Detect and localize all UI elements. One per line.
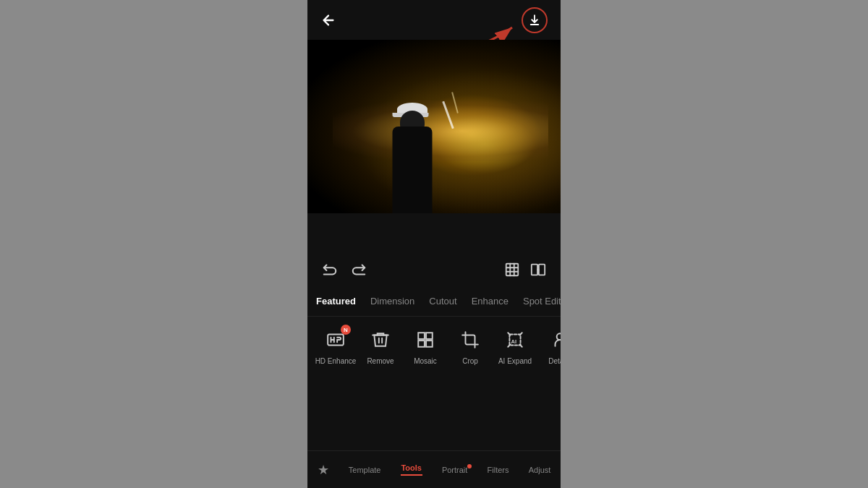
nav-template[interactable]: Template <box>349 466 381 474</box>
tab-spot-edit[interactable]: Spot Edit <box>523 296 561 309</box>
dark-gap <box>307 213 561 253</box>
star-icon: ★ <box>318 462 329 478</box>
anime-scene <box>307 40 561 213</box>
undo-redo-group <box>322 262 367 281</box>
redo-button[interactable] <box>351 262 367 281</box>
top-bar <box>307 0 561 40</box>
svg-rect-8 <box>418 341 425 347</box>
adjust-label: Adjust <box>529 466 551 474</box>
remove-icon-wrap <box>367 326 394 354</box>
ai-expand-label: AI Expand <box>498 357 532 365</box>
tools-row: N HD Enhance Remove <box>307 317 561 374</box>
crop-icon-wrap <box>456 326 484 354</box>
tab-cutout[interactable]: Cutout <box>429 296 456 309</box>
controls-bar <box>307 253 561 289</box>
tool-detach[interactable]: Detach <box>537 326 561 365</box>
hd-enhance-label: HD Enhance <box>315 357 357 365</box>
mosaic-label: Mosaic <box>414 357 437 365</box>
detach-label: Detach <box>548 357 561 365</box>
detach-icon-wrap <box>546 326 561 354</box>
filters-label: Filters <box>488 466 509 474</box>
tab-dimension[interactable]: Dimension <box>370 296 414 309</box>
tool-hd-enhance[interactable]: N HD Enhance <box>313 326 358 365</box>
nav-tools[interactable]: Tools <box>401 463 422 476</box>
crop-resize-button[interactable] <box>504 262 520 281</box>
tool-remove[interactable]: Remove <box>358 326 403 365</box>
svg-rect-6 <box>418 333 425 339</box>
tab-enhance[interactable]: Enhance <box>472 296 509 309</box>
undo-button[interactable] <box>322 262 338 281</box>
back-button[interactable] <box>320 12 336 28</box>
svg-rect-4 <box>328 334 344 345</box>
svg-rect-1 <box>506 263 519 275</box>
tools-underline <box>401 474 422 476</box>
category-tabs: Featured Dimension Cutout Enhance Spot E… <box>307 289 561 317</box>
view-controls-group <box>504 262 546 281</box>
template-label: Template <box>349 466 381 474</box>
portrait-label: Portrait <box>442 466 467 474</box>
nav-portrait[interactable]: Portrait <box>442 466 467 474</box>
svg-point-12 <box>557 333 561 340</box>
tools-label: Tools <box>401 463 422 472</box>
svg-rect-3 <box>539 264 545 275</box>
compare-button[interactable] <box>530 262 546 281</box>
tool-ai-expand[interactable]: AI AI Expand <box>493 326 537 365</box>
character-body <box>393 127 433 213</box>
phone-ui: Featured Dimension Cutout Enhance Spot E… <box>307 0 561 488</box>
mosaic-icon-wrap <box>412 326 439 354</box>
download-button[interactable] <box>522 7 548 33</box>
bottom-nav: ★ Template Tools Portrait Filters Adjust <box>307 450 561 488</box>
tool-crop[interactable]: Crop <box>448 326 493 365</box>
image-canvas <box>307 40 561 213</box>
nav-favorites[interactable]: ★ <box>318 462 329 478</box>
svg-rect-7 <box>426 333 433 339</box>
svg-rect-2 <box>532 264 537 275</box>
tool-mosaic[interactable]: Mosaic <box>403 326 448 365</box>
remove-label: Remove <box>367 357 393 365</box>
nav-filters[interactable]: Filters <box>488 466 509 474</box>
nav-adjust[interactable]: Adjust <box>529 466 551 474</box>
character-figure <box>383 98 441 213</box>
hd-enhance-badge: N <box>341 325 351 335</box>
tab-featured[interactable]: Featured <box>316 296 356 309</box>
svg-rect-9 <box>426 341 433 347</box>
ai-expand-icon-wrap: AI <box>501 326 529 354</box>
hd-enhance-icon-wrap: N <box>322 326 349 354</box>
crop-label: Crop <box>462 357 478 365</box>
svg-text:AI: AI <box>511 338 517 345</box>
